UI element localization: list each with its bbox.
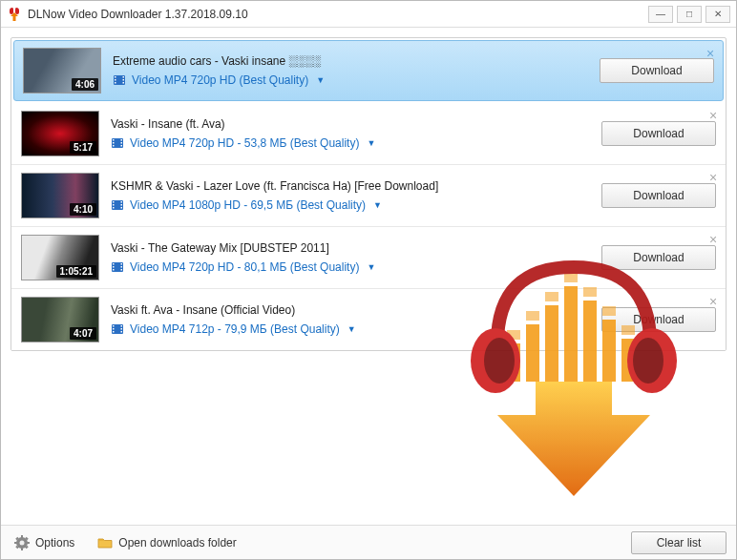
video-thumbnail: 4:10 [21, 173, 99, 218]
video-info: Extreme audio cars - Vaski insane ░░░░ V… [113, 54, 600, 87]
svg-rect-55 [21, 535, 23, 538]
folder-icon [97, 535, 113, 550]
svg-rect-32 [121, 325, 123, 327]
video-thumbnail: 4:07 [21, 297, 99, 342]
svg-rect-30 [113, 328, 115, 330]
film-icon [111, 322, 124, 336]
content-area: 4:06 Extreme audio cars - Vaski insane ░… [1, 28, 736, 525]
svg-rect-25 [121, 263, 123, 265]
remove-item-button[interactable]: × [706, 109, 720, 122]
video-list: 4:06 Extreme audio cars - Vaski insane ░… [11, 37, 726, 351]
svg-rect-12 [121, 142, 123, 144]
gear-icon [14, 535, 30, 550]
quality-label: Video MP4 720p HD - 80,1 МБ (Best Qualit… [130, 260, 359, 274]
svg-rect-27 [121, 269, 123, 271]
video-item[interactable]: 5:17 Vaski - Insane (ft. Ava) Video MP4 … [11, 103, 726, 165]
film-icon [113, 73, 126, 87]
video-thumbnail: 5:17 [21, 111, 99, 156]
video-title: Vaski - The Gateway Mix [DUBSTEP 2011] [111, 241, 601, 255]
quality-selector[interactable]: Video MP4 720p HD (Best Quality) ▼ [113, 73, 600, 87]
svg-rect-4 [123, 76, 125, 78]
svg-rect-17 [113, 207, 115, 209]
remove-item-button[interactable]: × [706, 233, 720, 246]
svg-rect-10 [113, 145, 115, 147]
svg-rect-20 [121, 207, 123, 209]
window-title: DLNow Video Downloader 1.37.2018.09.10 [28, 8, 644, 21]
film-icon [111, 136, 124, 150]
download-button[interactable]: Download [601, 121, 716, 146]
footer-bar: Options Open downloads folder Clear list [1, 525, 736, 559]
download-button[interactable]: Download [600, 58, 714, 83]
video-item[interactable]: 1:05:21 Vaski - The Gateway Mix [DUBSTEP… [11, 227, 726, 289]
svg-rect-9 [113, 142, 115, 144]
remove-item-button[interactable]: × [706, 171, 720, 184]
close-button[interactable]: ✕ [705, 6, 730, 23]
video-thumbnail: 1:05:21 [21, 235, 99, 280]
svg-rect-26 [121, 266, 123, 268]
svg-rect-6 [123, 82, 125, 84]
svg-rect-18 [121, 201, 123, 203]
video-info: KSHMR & Vaski - Lazer Love (ft. Francisc… [111, 179, 601, 212]
svg-rect-34 [121, 331, 123, 333]
svg-rect-23 [113, 266, 115, 268]
chevron-down-icon: ▼ [347, 324, 356, 334]
svg-rect-15 [113, 201, 115, 203]
options-label: Options [35, 536, 74, 550]
download-button[interactable]: Download [601, 245, 716, 270]
video-title: Vaski ft. Ava - Insane (Official Video) [111, 303, 601, 317]
video-thumbnail: 4:06 [23, 48, 101, 93]
clear-list-button[interactable]: Clear list [631, 531, 726, 554]
chevron-down-icon: ▼ [316, 75, 325, 85]
svg-rect-56 [21, 548, 23, 550]
svg-rect-8 [113, 139, 115, 141]
svg-rect-22 [113, 263, 115, 265]
quality-label: Video MP4 712p - 79,9 МБ (Best Quality) [130, 322, 340, 336]
svg-rect-19 [121, 204, 123, 206]
remove-item-button[interactable]: × [706, 295, 720, 308]
svg-rect-16 [113, 204, 115, 206]
video-item[interactable]: 4:10 KSHMR & Vaski - Lazer Love (ft. Fra… [11, 165, 726, 227]
video-duration: 5:17 [70, 141, 96, 154]
video-duration: 4:07 [70, 327, 96, 340]
quality-selector[interactable]: Video MP4 720p HD - 80,1 МБ (Best Qualit… [111, 260, 601, 274]
download-button[interactable]: Download [601, 183, 716, 208]
video-item[interactable]: 4:07 Vaski ft. Ava - Insane (Official Vi… [11, 289, 726, 350]
film-icon [111, 260, 124, 274]
svg-rect-29 [113, 325, 115, 327]
quality-selector[interactable]: Video MP4 712p - 79,9 МБ (Best Quality) … [111, 322, 601, 336]
video-info: Vaski - Insane (ft. Ava) Video MP4 720p … [111, 117, 601, 150]
svg-rect-2 [115, 79, 116, 81]
video-item[interactable]: 4:06 Extreme audio cars - Vaski insane ░… [13, 40, 724, 101]
download-button[interactable]: Download [601, 307, 716, 332]
video-info: Vaski ft. Ava - Insane (Official Video) … [111, 303, 601, 336]
options-button[interactable]: Options [11, 531, 78, 554]
svg-rect-3 [115, 82, 116, 84]
chevron-down-icon: ▼ [373, 200, 382, 210]
video-duration: 4:10 [70, 203, 96, 216]
svg-rect-24 [113, 269, 115, 271]
minimize-button[interactable]: ― [648, 6, 673, 23]
maximize-button[interactable]: □ [677, 6, 702, 23]
svg-rect-13 [121, 145, 123, 147]
svg-rect-58 [27, 542, 30, 544]
svg-rect-57 [14, 542, 17, 544]
quality-label: Video MP4 720p HD - 53,8 МБ (Best Qualit… [130, 136, 359, 150]
video-info: Vaski - The Gateway Mix [DUBSTEP 2011] V… [111, 241, 601, 274]
titlebar[interactable]: DLNow Video Downloader 1.37.2018.09.10 ―… [1, 1, 736, 28]
open-folder-label: Open downloads folder [118, 536, 236, 550]
quality-label: Video MP4 720p HD (Best Quality) [132, 73, 308, 87]
quality-selector[interactable]: Video MP4 720p HD - 53,8 МБ (Best Qualit… [111, 136, 601, 150]
svg-rect-5 [123, 79, 125, 81]
film-icon [111, 198, 124, 212]
svg-rect-33 [121, 328, 123, 330]
chevron-down-icon: ▼ [367, 262, 375, 272]
video-duration: 4:06 [72, 78, 98, 91]
open-downloads-folder-button[interactable]: Open downloads folder [94, 531, 240, 554]
quality-selector[interactable]: Video MP4 1080p HD - 69,5 МБ (Best Quali… [111, 198, 601, 212]
svg-rect-11 [121, 139, 123, 141]
video-duration: 1:05:21 [56, 265, 96, 278]
app-window: DLNow Video Downloader 1.37.2018.09.10 ―… [0, 0, 737, 560]
video-title: Extreme audio cars - Vaski insane ░░░░ [113, 54, 600, 68]
svg-point-54 [20, 540, 25, 545]
remove-item-button[interactable]: × [704, 47, 717, 60]
